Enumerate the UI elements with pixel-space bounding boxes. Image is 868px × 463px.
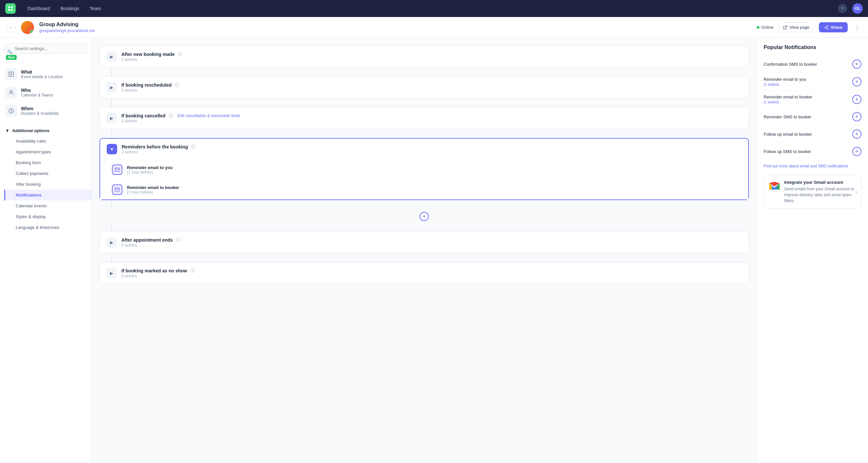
new-badge: New — [6, 55, 17, 60]
svg-line-9 — [826, 26, 827, 27]
email-icon — [112, 185, 122, 195]
top-nav: Dashboard Bookings Team ? GL — [0, 0, 868, 17]
main-layout: 🔍 New What Event details & Location Who … — [0, 38, 868, 463]
search-container: 🔍 New — [4, 43, 87, 60]
connector-line — [111, 69, 112, 76]
sidebar-item-notifications[interactable]: Notifications — [4, 190, 91, 200]
search-icon: 🔍 — [7, 49, 12, 54]
add-follow-up-sms-booker-button[interactable]: + — [852, 147, 862, 156]
toggle-cancelled[interactable]: ▶ — [106, 113, 117, 123]
notif-block-reminders: ▼ Reminders before the booking ⓘ 2 actio… — [99, 138, 749, 200]
svg-line-4 — [785, 26, 787, 28]
sidebar-item-who[interactable]: Who Calendar & Teams — [0, 84, 91, 102]
gmail-icon — [769, 180, 780, 192]
add-reminder-sms-booker-button[interactable]: + — [852, 112, 862, 121]
sub-notif-reminder-email-booker[interactable]: Reminder email to booker (1 hour before) — [100, 179, 748, 199]
nav-team[interactable]: Team — [86, 4, 105, 13]
sidebar-item-calendar-events[interactable]: Calendar events — [4, 200, 91, 211]
online-indicator — [30, 30, 34, 34]
svg-point-6 — [825, 27, 826, 28]
help-icon: ⓘ — [190, 268, 195, 274]
sidebar-item-styles-display[interactable]: Styles & display — [4, 211, 91, 222]
connector-line — [111, 201, 112, 209]
share-button[interactable]: Share — [819, 22, 848, 32]
svg-rect-2 — [8, 9, 10, 11]
toggle-after-new-booking[interactable]: ▶ — [106, 51, 117, 62]
popular-item-reminder-email-you: Reminder email to you (1 added) + — [764, 73, 862, 91]
gmail-card-chevron[interactable]: › — [856, 189, 857, 195]
connector-line — [111, 130, 112, 138]
connector-line — [111, 254, 112, 262]
when-icon — [5, 105, 17, 117]
popular-item-reminder-sms-booker: Reminder SMS to booker + — [764, 108, 862, 126]
online-badge: Online — [757, 25, 774, 30]
email-icon — [112, 164, 122, 175]
svg-point-5 — [827, 26, 828, 27]
top-nav-right: ? GL — [838, 3, 863, 14]
svg-point-14 — [10, 91, 12, 93]
svg-rect-1 — [11, 6, 13, 8]
svg-point-7 — [827, 28, 828, 29]
sidebar-item-availability-rules[interactable]: Availability rules — [4, 136, 91, 146]
profile-url[interactable]: groupadvising4.youcanbook.me — [39, 28, 95, 33]
connector-line — [111, 99, 112, 107]
svg-rect-3 — [11, 9, 13, 11]
add-confirmation-sms-button[interactable]: + — [852, 60, 862, 69]
additional-options-group[interactable]: ▼ Additional options — [0, 126, 91, 136]
search-input[interactable] — [4, 43, 87, 54]
content-area: ▶ After new booking made ⓘ 2 actions ▶ I… — [92, 38, 757, 463]
sub-notif-reminder-email-you[interactable]: Reminder email to you (1 hour before) — [100, 160, 748, 179]
toggle-after-appointment[interactable]: ▶ — [106, 237, 117, 247]
nav-dashboard[interactable]: Dashboard — [24, 4, 54, 13]
popular-item-follow-up-email-booker: Follow up email to booker + — [764, 126, 862, 143]
what-icon — [5, 68, 17, 80]
chevron-down-icon: ▼ — [5, 128, 9, 133]
sub-header-title: Group Advising groupadvising4.youcanbook… — [39, 22, 751, 33]
toggle-rescheduled[interactable]: ▶ — [106, 82, 117, 93]
sidebar-item-language-timezones[interactable]: Language & timezones — [4, 222, 91, 233]
sidebar-item-what[interactable]: What Event details & Location — [0, 65, 91, 84]
help-button[interactable]: ? — [838, 4, 847, 13]
gmail-integration-card: Integrate your Gmail account Send emails… — [764, 175, 862, 209]
nav-bookings[interactable]: Bookings — [57, 4, 84, 13]
view-page-button[interactable]: View page — [779, 23, 813, 32]
add-notification-row: + — [99, 209, 749, 224]
popular-item-follow-up-sms-booker: Follow up SMS to booker + — [764, 143, 862, 160]
help-icon: ⓘ — [176, 237, 180, 243]
notif-block-cancelled: ▶ If booking cancelled ⓘ Edit cancellati… — [99, 107, 749, 129]
profile-picture — [21, 21, 34, 34]
user-avatar[interactable]: GL — [852, 3, 863, 14]
top-nav-links: Dashboard Bookings Team — [24, 4, 105, 13]
sidebar-item-booking-form[interactable]: Booking form — [4, 157, 91, 168]
sidebar: 🔍 New What Event details & Location Who … — [0, 38, 92, 463]
sub-header-right: Online View page Share ⋮ — [757, 22, 862, 32]
app-logo[interactable] — [5, 3, 16, 14]
find-out-more-link[interactable]: Find out more about email and SMS notifi… — [764, 164, 862, 168]
toggle-reminders[interactable]: ▼ — [107, 144, 117, 154]
svg-line-8 — [826, 28, 827, 28]
help-icon: ⓘ — [175, 82, 179, 88]
popular-item-confirmation-sms: Confirmation SMS to booker + — [764, 56, 862, 73]
svg-rect-0 — [8, 6, 10, 8]
notif-block-rescheduled: ▶ If booking rescheduled ⓘ 3 actions — [99, 76, 749, 98]
popular-notifications-title: Popular Notifications — [764, 44, 862, 51]
sidebar-item-after-booking[interactable]: After booking — [4, 179, 91, 190]
sidebar-divider — [0, 123, 91, 123]
toggle-no-show[interactable]: ▶ — [106, 268, 117, 278]
more-options-button[interactable]: ⋮ — [853, 23, 862, 32]
add-reminder-email-you-button[interactable]: + — [852, 77, 862, 86]
sidebar-item-appointment-types[interactable]: Appointment types — [4, 146, 91, 157]
add-reminder-email-booker-button[interactable]: + — [852, 95, 862, 104]
add-notification-button[interactable]: + — [420, 212, 429, 221]
sidebar-item-collect-payments[interactable]: Collect payments — [4, 168, 91, 179]
sub-header: ← Group Advising groupadvising4.youcanbo… — [0, 17, 868, 38]
back-button[interactable]: ← — [6, 23, 16, 32]
online-dot — [757, 26, 760, 29]
add-follow-up-email-booker-button[interactable]: + — [852, 130, 862, 139]
sidebar-item-when[interactable]: When Duration & Availability — [0, 102, 91, 120]
help-icon: ⓘ — [178, 51, 182, 57]
edit-cancellation-link[interactable]: Edit cancellation & reschedule limits — [178, 113, 240, 118]
connector-line — [111, 224, 112, 232]
right-panel: Popular Notifications Confirmation SMS t… — [757, 38, 868, 463]
page-title: Group Advising — [39, 22, 751, 28]
